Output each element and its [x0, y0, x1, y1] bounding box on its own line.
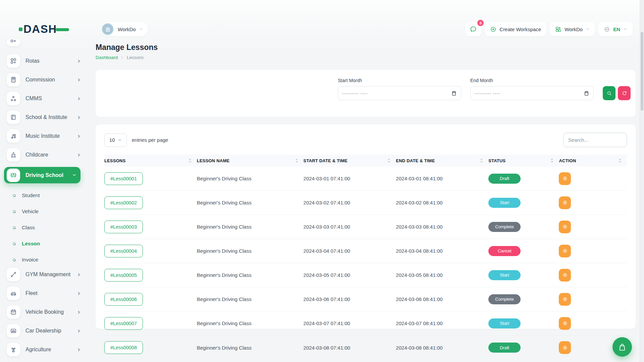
- main-content: Manage Lessons Dashboard Lessons Start M…: [96, 40, 636, 329]
- column-header-lessons[interactable]: LESSONS: [104, 158, 197, 163]
- grid-plus-icon: [7, 40, 20, 46]
- view-lesson-button[interactable]: [559, 221, 571, 233]
- messages-button[interactable]: 0: [465, 22, 481, 36]
- status-badge: Start: [488, 270, 521, 280]
- messages-count-badge: 0: [477, 20, 484, 26]
- plant-icon: [7, 343, 20, 356]
- start-month-input[interactable]: --------- ----: [338, 86, 461, 100]
- chev-right-icon: [77, 348, 81, 352]
- sidebar-item-rotas[interactable]: Rotas: [7, 54, 81, 68]
- end-month-field: End Month --------- ----: [470, 78, 594, 100]
- dash-logo[interactable]: DASH: [19, 23, 69, 35]
- column-header-action[interactable]: ACTION: [559, 158, 627, 163]
- scrollbar-thumb[interactable]: [641, 32, 643, 111]
- topbar: WorkDo 0 Create Workspace WorkDo EN: [86, 0, 644, 40]
- lesson-id-badge: #Less00001: [104, 172, 143, 185]
- action-cell: [559, 293, 627, 306]
- filter-reset-button[interactable]: [618, 86, 631, 100]
- column-header-lesson-name[interactable]: LESSON NAME: [197, 158, 304, 163]
- status-cell: Draft: [488, 174, 559, 184]
- start-date-cell: 2024-03-01 07:41:00: [304, 176, 396, 181]
- filter-search-button[interactable]: [603, 86, 615, 100]
- table-row: #Less00001 Beginner's Driving Class 2024…: [104, 167, 627, 191]
- chev-right-icon: [77, 97, 81, 101]
- view-lesson-button[interactable]: [559, 269, 571, 282]
- start-date-cell: 2024-03-04 07:41:00: [304, 248, 396, 254]
- sidebar-item-label: Agriculture: [25, 347, 77, 353]
- sidebar-item-vehicle-booking[interactable]: Vehicle Booking: [7, 305, 81, 319]
- app-workspace-dropdown[interactable]: WorkDo: [550, 22, 595, 36]
- view-lesson-button[interactable]: [559, 245, 571, 257]
- breadcrumb-dashboard-link[interactable]: Dashboard: [96, 55, 118, 60]
- sidebar-subitem-label: Lesson: [22, 241, 40, 247]
- globe-icon: [604, 26, 610, 33]
- sidebar-subitem-label: Class: [22, 225, 35, 231]
- start-date-cell: 2024-03-07 07:41:00: [304, 320, 396, 326]
- view-lesson-button[interactable]: [559, 293, 571, 306]
- sidebar-item-agriculture[interactable]: Agriculture: [7, 343, 81, 356]
- lesson-id-badge: #Less00007: [104, 317, 143, 330]
- chev-right-icon: [77, 59, 81, 63]
- sidebar-item-cmms[interactable]: CMMS: [7, 92, 81, 105]
- bullet-icon: [12, 226, 16, 230]
- sidebar-subitem-class[interactable]: Class: [13, 220, 86, 236]
- create-workspace-label: Create Workspace: [499, 26, 541, 32]
- sidebar-item-childcare[interactable]: Childcare: [7, 148, 81, 162]
- language-dropdown[interactable]: EN: [598, 22, 633, 36]
- sidebar: DASH Rotas Commission CMMS: [0, 0, 86, 362]
- lesson-id-badge: #Less00008: [104, 341, 143, 354]
- book-icon: [7, 111, 20, 124]
- chev-right-icon: [77, 291, 81, 296]
- sidebar-item-label: Music Institute: [25, 133, 77, 139]
- sidebar-item-label: Fleet: [25, 290, 77, 296]
- sidebar-subitem-invoice[interactable]: Invoice: [13, 252, 86, 268]
- column-header-start-date-time[interactable]: START DATE & TIME: [304, 158, 396, 163]
- sidebar-item-gym-management[interactable]: GYM Management: [7, 268, 81, 281]
- sidebar-item-driving-school[interactable]: Driving School: [4, 167, 80, 183]
- sidebar-subitem-vehicle[interactable]: Vehicle: [13, 203, 86, 220]
- chevron-down-icon: [623, 27, 627, 31]
- column-header-status[interactable]: STATUS: [488, 158, 559, 163]
- grid-plus-icon: [555, 26, 561, 33]
- search-icon: [606, 90, 612, 96]
- sidebar-item-school-institute[interactable]: School & Institute: [7, 111, 81, 124]
- marketplace-fab-button[interactable]: [612, 337, 632, 357]
- start-date-cell: 2024-03-06 07:41:00: [304, 296, 396, 302]
- sidebar-item-clipped[interactable]: [7, 40, 81, 46]
- lessons-table-card: 10 entries per page LESSONS LESSON NAME …: [96, 124, 636, 329]
- sidebar-item-car-dealership[interactable]: Car Dealership: [7, 324, 81, 338]
- create-workspace-button[interactable]: Create Workspace: [485, 22, 546, 36]
- view-lesson-button[interactable]: [559, 172, 571, 185]
- table-body: #Less00001 Beginner's Driving Class 2024…: [104, 167, 627, 360]
- view-lesson-button[interactable]: [559, 196, 571, 209]
- sidebar-item-fleet[interactable]: Fleet: [7, 287, 81, 300]
- lesson-id-badge: #Less00002: [104, 196, 143, 209]
- eye-icon: [562, 224, 568, 230]
- sidebar-item-music-institute[interactable]: Music Institute: [7, 129, 81, 143]
- table-row: #Less00003 Beginner's Driving Class 2024…: [104, 215, 627, 239]
- status-badge: Complete: [488, 222, 521, 232]
- end-date-cell: 2024-03-04 08:41:00: [396, 248, 488, 254]
- calculator-icon: [7, 73, 20, 86]
- workspace-switcher[interactable]: WorkDo: [101, 22, 148, 36]
- view-lesson-button[interactable]: [559, 341, 571, 354]
- start-date-cell: 2024-03-03 07:41:00: [304, 224, 396, 230]
- end-date-cell: 2024-03-06 08:41:00: [396, 296, 488, 302]
- view-lesson-button[interactable]: [559, 317, 571, 330]
- lesson-id-cell: #Less00007: [104, 317, 197, 330]
- column-label: END DATE & TIME: [396, 158, 435, 163]
- end-month-input[interactable]: --------- ----: [470, 86, 594, 100]
- status-badge: Start: [488, 318, 521, 328]
- chev-down-icon: [72, 173, 76, 177]
- sort-arrows-icon: [189, 158, 192, 163]
- column-header-end-date-time[interactable]: END DATE & TIME: [396, 158, 488, 163]
- sidebar-subitem-lesson[interactable]: Lesson: [13, 236, 86, 252]
- page-scrollbar[interactable]: [640, 0, 644, 362]
- sidebar-item-commission[interactable]: Commission: [7, 73, 81, 86]
- page-size-select[interactable]: 10: [104, 133, 127, 147]
- chev-right-icon: [77, 329, 81, 333]
- building-plus-icon: [7, 148, 20, 162]
- table-header-row: LESSONS LESSON NAME START DATE & TIME EN…: [104, 155, 627, 167]
- table-search-input[interactable]: [563, 133, 627, 147]
- sidebar-subitem-student[interactable]: Student: [13, 187, 86, 203]
